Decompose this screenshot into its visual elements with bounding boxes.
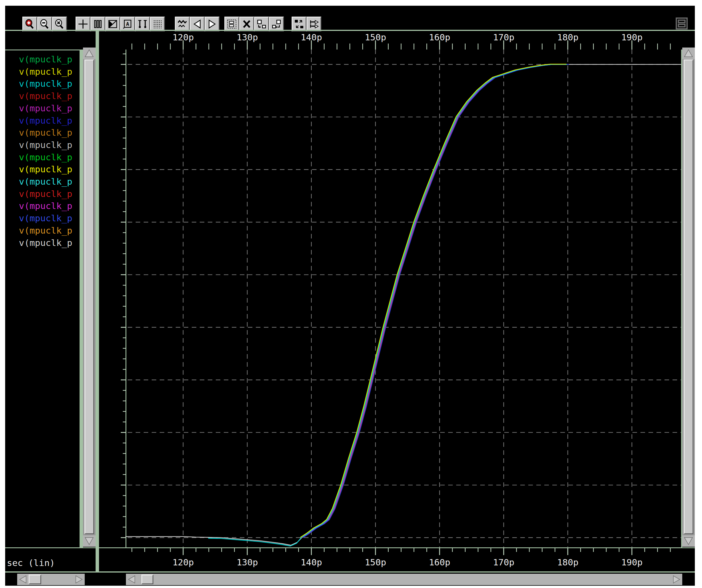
waveform-trace-yellow: [300, 64, 566, 537]
zoom-out-button[interactable]: [37, 17, 52, 31]
columns-icon: [93, 19, 103, 29]
signal-scroll-thumb[interactable]: [85, 60, 94, 534]
vertical-markers-button[interactable]: [91, 17, 105, 31]
waveform-icon: [177, 19, 188, 29]
slant-box-icon: [107, 19, 118, 29]
bottom-time-ruler: [99, 548, 681, 556]
time-tick-label: 130p: [227, 557, 267, 567]
plot-hscroll-thumb[interactable]: [141, 575, 153, 584]
time-tick-label: 170p: [484, 557, 524, 567]
time-tick-label: 140p: [291, 557, 331, 567]
plot-vertical-scrollbar[interactable]: [682, 47, 695, 547]
move-squares-icon: [256, 19, 267, 29]
signal-hscroll-left-arrow[interactable]: [17, 574, 29, 585]
text-annotation-button[interactable]: A: [120, 17, 135, 31]
time-tick-label: 140p: [291, 32, 331, 42]
signal-label[interactable]: v(mpuclk_p: [19, 53, 80, 65]
signal-label[interactable]: v(mpuclk_p: [19, 90, 80, 102]
pan-left-button[interactable]: [190, 17, 205, 31]
grid-dots-icon: [152, 19, 163, 29]
waveform-trace-magenta: [302, 65, 568, 537]
signal-horizontal-scrollbar[interactable]: [17, 574, 85, 585]
signal-label[interactable]: v(mpuclk_p: [19, 66, 80, 78]
signal-label[interactable]: v(mpuclk_p: [19, 151, 80, 163]
signal-label[interactable]: v(mpuclk_p: [19, 114, 80, 126]
double-arrow-icon: [309, 19, 319, 29]
time-tick-label: 150p: [355, 557, 395, 567]
waveform-trace-red: [302, 65, 568, 537]
signal-label[interactable]: v(mpuclk_p: [19, 139, 80, 151]
panel-divider: [96, 30, 99, 573]
signal-list: v(mpuclk_pv(mpuclk_pv(mpuclk_pv(mpuclk_p…: [19, 53, 80, 254]
time-tick-label: 170p: [484, 32, 524, 42]
slope-measure-button[interactable]: [105, 17, 120, 31]
status-separator: [5, 571, 695, 573]
signal-scrollbar-left-border: [80, 50, 83, 548]
time-tick-label: 120p: [163, 557, 203, 567]
plot-vscroll-thumb[interactable]: [684, 60, 693, 534]
pan-right-button[interactable]: [205, 17, 220, 31]
waveform-trace-cyan: [208, 65, 567, 546]
stacked-panels-icon[interactable]: [674, 15, 690, 31]
time-tick-label: 160p: [420, 32, 460, 42]
plot-horizontal-scrollbar[interactable]: [126, 574, 682, 585]
time-tick-label: 180p: [548, 557, 588, 567]
time-tick-label: 120p: [163, 32, 203, 42]
expand-horizontal-button[interactable]: [307, 17, 321, 31]
waveform-trace-blue: [303, 65, 569, 537]
zoom-cancel-button[interactable]: [52, 17, 67, 31]
signal-scroll-down-arrow[interactable]: [83, 535, 96, 547]
select-region-button[interactable]: [224, 17, 239, 31]
zoom-in-button[interactable]: [22, 17, 37, 31]
triangle-left-icon: [192, 19, 203, 29]
waveform-plot-canvas[interactable]: [99, 50, 681, 547]
signal-scroll-up-arrow[interactable]: [83, 47, 96, 59]
plot-scroll-up-arrow[interactable]: [682, 47, 695, 59]
signal-hscroll-right-arrow[interactable]: [73, 574, 85, 585]
measure-icon: [137, 19, 148, 29]
signal-label[interactable]: v(mpuclk_p: [19, 212, 80, 224]
x-unit-label: sec (lin): [7, 558, 55, 568]
swap-panels-button[interactable]: [291, 17, 307, 31]
crosshair-icon: [78, 19, 89, 29]
waveform-tool-button[interactable]: [175, 17, 190, 31]
move-trace-button[interactable]: [254, 17, 269, 31]
time-tick-label: 180p: [548, 32, 588, 42]
dashed-box-icon: [226, 19, 237, 29]
signal-label[interactable]: v(mpuclk_p: [19, 188, 80, 200]
delete-trace-button[interactable]: [239, 17, 254, 31]
signal-label[interactable]: v(mpuclk_p: [19, 102, 80, 114]
interval-measure-button[interactable]: [135, 17, 150, 31]
signal-scrollbar[interactable]: [83, 47, 96, 547]
time-tick-label: 190p: [612, 557, 652, 567]
screenshot-root: A v(mpuclk_pv(mpuclk_pv(mpuclk_pv(mpuclk…: [0, 0, 702, 588]
signal-label[interactable]: v(mpuclk_p: [19, 224, 80, 236]
waveform-trace-orange: [303, 65, 569, 537]
signal-label[interactable]: v(mpuclk_p: [19, 176, 80, 188]
signal-label[interactable]: v(mpuclk_p: [19, 78, 80, 90]
svg-text:A: A: [126, 21, 129, 27]
triangle-right-icon: [207, 19, 218, 29]
bent-arrows-icon: [294, 19, 305, 29]
time-tick-label: 190p: [612, 32, 652, 42]
copy-trace-button[interactable]: [269, 17, 284, 31]
signal-label[interactable]: v(mpuclk_p: [19, 237, 80, 249]
plot-hscroll-left-arrow[interactable]: [126, 574, 137, 585]
waveform-trace-white: [125, 65, 681, 545]
signal-label[interactable]: v(mpuclk_p: [19, 200, 80, 212]
zoom-in-icon: [24, 19, 35, 29]
label-a-icon: A: [122, 19, 133, 29]
waveform-viewer-window: A v(mpuclk_pv(mpuclk_pv(mpuclk_pv(mpuclk…: [5, 6, 695, 586]
plot-scroll-down-arrow[interactable]: [682, 535, 695, 547]
grid-toggle-button[interactable]: [150, 17, 165, 31]
copy-squares-icon: [271, 19, 282, 29]
signal-hscroll-thumb[interactable]: [29, 575, 41, 584]
zoom-out-icon: [39, 19, 50, 29]
signal-label[interactable]: v(mpuclk_p: [19, 126, 80, 138]
signal-label[interactable]: v(mpuclk_p: [19, 163, 80, 175]
crosshair-cursor-button[interactable]: [76, 17, 91, 31]
time-tick-label: 150p: [355, 32, 395, 42]
zoom-x-icon: [54, 19, 65, 29]
plot-hscroll-right-arrow[interactable]: [671, 574, 682, 585]
time-tick-label: 130p: [227, 32, 267, 42]
